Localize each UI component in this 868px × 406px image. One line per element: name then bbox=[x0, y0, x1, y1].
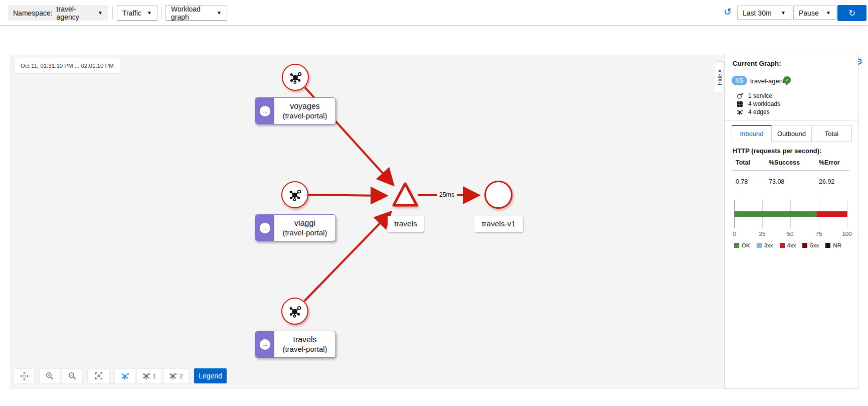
service-icon bbox=[737, 93, 743, 99]
graph-layout-icon bbox=[121, 372, 129, 380]
node-voyages[interactable] bbox=[282, 64, 309, 91]
arrow-right-circle-icon: → bbox=[260, 339, 270, 350]
namespace-select[interactable]: Namespace: travel-agency ▼ bbox=[8, 5, 108, 21]
legend-label-3xx: 3xx bbox=[764, 242, 773, 248]
legend-swatch-nr bbox=[825, 243, 830, 248]
workload-mesh-icon bbox=[288, 305, 302, 318]
graph-layout-icon bbox=[169, 372, 177, 380]
services-stat-label: 1 service bbox=[748, 92, 772, 99]
legend-swatch-3xx bbox=[757, 243, 762, 248]
layout-2-button[interactable]: 2 bbox=[163, 368, 189, 384]
chevron-down-icon: ▼ bbox=[217, 10, 222, 16]
double-chevron-icon: » bbox=[716, 69, 723, 73]
bar-segment-4xx bbox=[817, 211, 847, 217]
traffic-tabs: Inbound Outbound Total bbox=[732, 125, 852, 142]
node-travels-service[interactable] bbox=[390, 181, 420, 209]
edges-stat-label: 4 edges bbox=[748, 108, 770, 115]
legend-swatch-ok bbox=[734, 243, 739, 248]
value-error: 26.92 bbox=[819, 178, 834, 185]
chevron-down-icon: ▼ bbox=[781, 10, 786, 16]
table-rule bbox=[733, 170, 849, 171]
traffic-label: Traffic bbox=[122, 9, 141, 17]
http-rps-title: HTTP (requests per second): bbox=[733, 147, 821, 155]
edge-viaggi-travels[interactable] bbox=[308, 195, 386, 196]
edges-stat: 4 edges bbox=[737, 108, 770, 115]
graph-edges bbox=[10, 55, 724, 389]
node-namespace: (travel-portal) bbox=[282, 228, 327, 237]
workload-mesh-icon bbox=[288, 188, 302, 202]
node-namespace: (travel-portal) bbox=[282, 111, 327, 120]
legend-label-4xx: 4xx bbox=[787, 242, 796, 248]
graph-canvas[interactable]: Oct 11, 01:31:10 PM ... 02:01:10 PM Hide… bbox=[10, 55, 724, 389]
tab-outbound[interactable]: Outbound bbox=[772, 125, 812, 142]
layout-default-button[interactable] bbox=[114, 368, 135, 384]
col-header-error: %Error bbox=[819, 159, 840, 166]
legend-button[interactable]: Legend bbox=[194, 368, 227, 383]
node-viaggi[interactable] bbox=[281, 181, 308, 208]
panel-title: Current Graph: bbox=[733, 60, 781, 67]
x-tick-0: 0 bbox=[733, 231, 736, 237]
zoom-in-button[interactable] bbox=[39, 368, 60, 384]
graph-type-select[interactable]: Workload graph ▼ bbox=[165, 5, 227, 21]
graph-toolbar: ← Display ▼ ∨ ∨ i ? Graph tour ⚙ bbox=[0, 26, 868, 48]
node-label-travels-service[interactable]: travels bbox=[388, 216, 424, 232]
time-range-select[interactable]: Last 30m ▼ bbox=[737, 6, 791, 20]
tab-total[interactable]: Total bbox=[812, 125, 852, 142]
graph-controls: 1 2 Legend bbox=[10, 368, 227, 384]
x-tick-25: 25 bbox=[759, 231, 766, 237]
node-label-travels-workload[interactable]: → travels (travel-portal) bbox=[255, 331, 336, 358]
workload-icon bbox=[737, 101, 743, 107]
pan-button[interactable] bbox=[14, 368, 35, 384]
refresh-button[interactable]: ↻ bbox=[837, 5, 866, 21]
time-range-label: Last 30m bbox=[743, 9, 772, 17]
node-travels-v1[interactable] bbox=[484, 181, 512, 209]
fit-to-screen-button[interactable] bbox=[87, 368, 110, 384]
refresh-mode-select[interactable]: Pause ▼ bbox=[793, 6, 836, 20]
expand-arrows-icon bbox=[95, 372, 103, 380]
divider bbox=[161, 7, 162, 19]
arrow-right-circle-icon: → bbox=[260, 106, 270, 116]
layout-1-label: 1 bbox=[152, 372, 156, 380]
node-namespace: (travel-portal) bbox=[282, 345, 327, 354]
x-tick-75: 75 bbox=[816, 231, 822, 237]
namespace-badge: NS bbox=[732, 76, 747, 85]
node-travels-workload[interactable] bbox=[281, 298, 308, 325]
workload-badge: → bbox=[255, 215, 274, 241]
node-label-viaggi[interactable]: → viaggi (travel-portal) bbox=[255, 214, 336, 241]
divider bbox=[725, 120, 858, 120]
side-panel-hide-tab[interactable]: Hide » bbox=[715, 62, 724, 92]
namespace-label: Namespace: bbox=[13, 9, 53, 17]
divider bbox=[112, 7, 113, 19]
history-icon: ↺ bbox=[724, 6, 732, 17]
node-label-voyages[interactable]: → voyages (travel-portal) bbox=[255, 97, 336, 124]
workload-badge: → bbox=[255, 98, 274, 124]
edges-icon bbox=[737, 109, 743, 115]
workload-mesh-icon bbox=[289, 71, 302, 84]
graph-layout-icon bbox=[142, 372, 150, 380]
legend-swatch-4xx bbox=[780, 243, 785, 248]
y-axis-tick bbox=[731, 214, 734, 214]
masthead: Namespace: travel-agency ▼ Traffic ▼ Wor… bbox=[0, 0, 868, 26]
refresh-icon: ↻ bbox=[848, 8, 855, 18]
node-label-travels-v1[interactable]: travels-v1 bbox=[474, 216, 523, 232]
traffic-select[interactable]: Traffic ▼ bbox=[117, 5, 157, 21]
zoom-in-icon bbox=[46, 372, 54, 380]
tab-inbound[interactable]: Inbound bbox=[732, 125, 772, 142]
graph-type-label: Workload graph bbox=[171, 5, 213, 21]
kiali-graph-page: Namespace: travel-agency ▼ Traffic ▼ Wor… bbox=[0, 0, 868, 406]
legend-label-ok: OK bbox=[742, 242, 750, 248]
health-check-icon: ✓ bbox=[783, 76, 791, 84]
workloads-stat-label: 4 workloads bbox=[748, 100, 780, 107]
layout-1-button[interactable]: 1 bbox=[136, 368, 162, 384]
value-total: 0.78 bbox=[736, 178, 748, 185]
zoom-out-button[interactable] bbox=[62, 368, 83, 384]
workload-badge: → bbox=[255, 331, 274, 357]
legend-swatch-5xx bbox=[802, 243, 807, 248]
summary-panel: Current Graph: NS travel-agency ✓ 1 serv… bbox=[724, 54, 858, 389]
graph-time-window: Oct 11, 01:31:10 PM ... 02:01:10 PM bbox=[15, 58, 120, 73]
refresh-mode-label: Pause bbox=[799, 9, 819, 17]
value-success: 73.08 bbox=[769, 178, 784, 185]
service-triangle-icon bbox=[390, 181, 420, 209]
legend-label-5xx: 5xx bbox=[810, 242, 819, 248]
col-header-success: %Success bbox=[769, 159, 800, 166]
